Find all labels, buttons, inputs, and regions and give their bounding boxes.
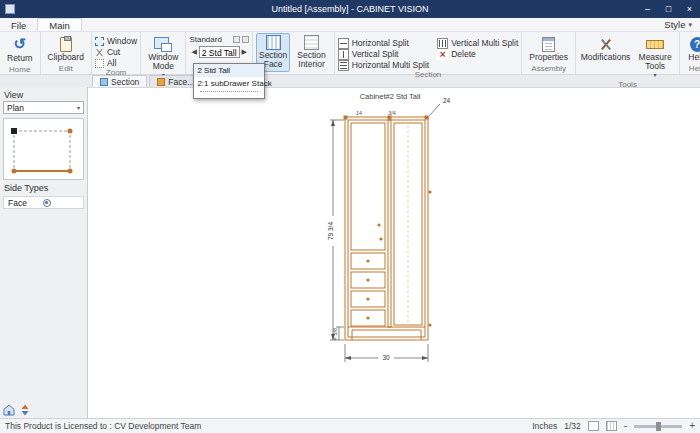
side-types-header: Side Types: [0, 180, 87, 194]
scale-label[interactable]: 1/32: [564, 421, 581, 431]
help-icon: ?: [690, 37, 700, 52]
properties-button[interactable]: Properties: [525, 33, 572, 64]
section-interior-icon: [304, 35, 319, 50]
window-mode-button[interactable]: Window Mode ▾: [144, 33, 182, 80]
ribbon-group-window-mode: Window Mode ▾: [141, 32, 186, 74]
right-door[interactable]: [394, 123, 432, 327]
joint-marker[interactable]: [388, 116, 392, 120]
zoom-slider[interactable]: [634, 425, 682, 428]
dropdown-resize-handle[interactable]: [200, 91, 258, 96]
dim-top-left-text: 14: [356, 110, 362, 116]
clipboard-label: Clipboard: [48, 53, 84, 62]
style-dropdown-button[interactable]: Style ▾: [656, 18, 700, 31]
plan-preview-drawing: [4, 119, 84, 179]
home-icon[interactable]: [3, 404, 15, 416]
style-option[interactable]: 2:1 subDrawer Stack: [194, 77, 264, 90]
return-icon: ↺: [10, 35, 30, 53]
horizontal-multi-split-icon: [338, 60, 349, 71]
zoom-window-icon: [95, 37, 104, 46]
ribbon-group-tools: Modifications Measure Tools ▾ Tools: [576, 32, 680, 74]
left-door[interactable]: [351, 123, 385, 250]
vertical-split-icon: [338, 49, 349, 60]
zoom-in-button[interactable]: +: [689, 421, 695, 431]
close-button[interactable]: ×: [679, 0, 700, 18]
ribbon-group-help: ? Help Help: [680, 32, 700, 74]
face-radio-button[interactable]: [43, 199, 51, 207]
style-list-icon[interactable]: [242, 36, 249, 43]
app-icon: [5, 4, 15, 14]
sidebar: View Plan ▾ Side Types Face: [0, 87, 88, 418]
vertical-multi-split-button[interactable]: Vertical Multi Split: [437, 38, 518, 48]
view-select[interactable]: Plan ▾: [3, 101, 84, 114]
horizontal-multi-split-label: Horizontal Multi Split: [352, 60, 429, 70]
return-label: Return: [7, 54, 33, 63]
help-button[interactable]: ? Help: [683, 33, 700, 64]
plan-corner-marker[interactable]: [68, 129, 73, 134]
style-grid-icon[interactable]: [233, 36, 240, 43]
chevron-down-icon: ▾: [77, 104, 80, 111]
dim-depth-text: 24: [443, 97, 451, 104]
window-controls: – □ ×: [637, 0, 700, 18]
door-knob: [377, 223, 380, 226]
vertical-split-label: Vertical Split: [352, 49, 399, 59]
group-label-section: Section: [338, 70, 519, 80]
zoom-slider-thumb[interactable]: [656, 422, 661, 431]
minimize-button[interactable]: –: [637, 0, 658, 18]
vertical-split-button[interactable]: Vertical Split: [338, 49, 429, 59]
joint-marker[interactable]: [425, 116, 429, 120]
current-style-combobox[interactable]: 2 Std Tall: [199, 46, 240, 58]
section-interior-button[interactable]: Section Interior: [292, 33, 330, 72]
zoom-out-button[interactable]: -: [624, 421, 627, 431]
plan-origin-marker[interactable]: [11, 128, 17, 134]
fit-view-icon[interactable]: [588, 421, 599, 431]
view-panel-header: View: [0, 87, 87, 101]
measure-tools-button[interactable]: Measure Tools ▾: [634, 33, 676, 80]
return-button[interactable]: ↺ Return: [3, 33, 37, 65]
vertical-multi-split-icon: [437, 38, 448, 49]
style-option[interactable]: 2 Std Tall: [194, 64, 264, 77]
zoom-window-button[interactable]: Window: [95, 36, 137, 46]
joint-marker[interactable]: [344, 116, 348, 120]
dim-top-mid-text: 3/4: [388, 110, 396, 116]
dimension-toe-kick: 4 3/8: [332, 327, 344, 340]
next-style-button[interactable]: ▶: [240, 48, 249, 56]
dim-width-text: 30: [382, 354, 390, 361]
navigate-icon[interactable]: [19, 404, 31, 416]
dim-toe-text: 4 3/8: [332, 328, 338, 340]
maximize-button[interactable]: □: [658, 0, 679, 18]
cabinet-outline[interactable]: [344, 116, 429, 341]
group-label-section-view: [256, 72, 331, 74]
clipboard-icon: [60, 37, 72, 52]
hinge-marker: [428, 190, 431, 193]
side-type-face-row[interactable]: Face: [3, 196, 84, 209]
modifications-label: Modifications: [581, 53, 631, 62]
plan-preview[interactable]: [3, 118, 84, 180]
drawer-knob: [366, 316, 369, 319]
license-text: This Product is Licensed to : CV Develop…: [5, 421, 201, 431]
style-dropdown-list: 2 Std Tall 2:1 subDrawer Stack: [193, 63, 265, 99]
clipboard-button[interactable]: Clipboard: [44, 33, 88, 64]
dimension-height: 79 3/4: [327, 120, 344, 340]
ribbon-group-zoom: Window Cut All Zoom: [92, 32, 141, 74]
tab-file[interactable]: File: [0, 18, 37, 31]
group-label-edit: Edit: [44, 64, 88, 74]
grid-toggle-icon[interactable]: [606, 421, 617, 431]
cabinet-divider[interactable]: [388, 120, 391, 327]
quick-nav-icons: [3, 404, 31, 416]
delete-button[interactable]: × Delete: [437, 49, 518, 59]
tab-main[interactable]: Main: [37, 18, 82, 31]
units-label[interactable]: Inches: [532, 421, 557, 431]
zoom-all-button[interactable]: All: [95, 58, 137, 68]
prev-style-button[interactable]: ◀: [189, 48, 198, 56]
drawer-stack[interactable]: [351, 253, 385, 326]
horizontal-split-icon: [338, 38, 349, 49]
group-label-assembly: Assembly: [525, 64, 572, 74]
zoom-cut-button[interactable]: Cut: [95, 47, 137, 57]
horizontal-split-button[interactable]: Horizontal Split: [338, 38, 429, 48]
side-type-face-label: Face: [8, 198, 27, 208]
modifications-button[interactable]: Modifications: [579, 33, 632, 64]
tab-section[interactable]: Section: [92, 75, 147, 87]
style-standard-label: Standard: [189, 35, 231, 44]
drawing-canvas[interactable]: Cabinet#2 Std Tall 79 3/4 30: [88, 87, 700, 418]
horizontal-multi-split-button[interactable]: Horizontal Multi Split: [338, 60, 429, 70]
